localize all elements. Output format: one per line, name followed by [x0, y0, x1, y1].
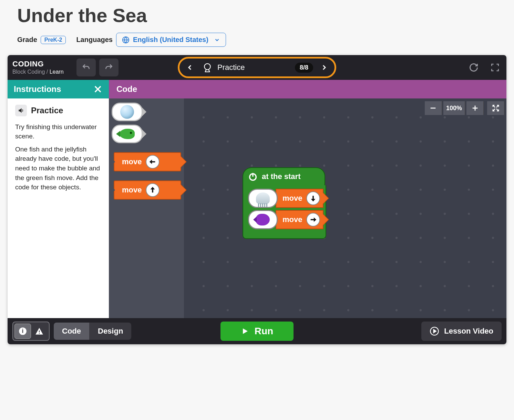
play-icon — [241, 327, 249, 335]
warning-icon — [35, 327, 44, 336]
jellyfish-object — [248, 189, 278, 208]
app-footer: i Code Design Run Lesson Video — [8, 318, 506, 344]
app-topbar: CODING Block Coding / Learn Practice 8/8 — [8, 55, 506, 80]
mode-design-button[interactable]: Design — [90, 323, 131, 340]
fullscreen-icon — [491, 63, 500, 72]
play-audio-button[interactable] — [15, 105, 27, 116]
instructions-title: Instructions — [14, 84, 61, 94]
arrow-left-icon — [146, 155, 160, 169]
start-block[interactable]: at the start move — [243, 167, 326, 239]
script-row-purple-fish[interactable]: move — [248, 210, 323, 229]
instructions-panel: Instructions Practice Try finishing this… — [8, 80, 109, 318]
run-button[interactable]: Run — [220, 322, 294, 341]
step-label: Practice — [217, 63, 245, 72]
redo-button[interactable] — [99, 59, 119, 76]
info-icon: i — [18, 327, 27, 336]
palette-fish-object[interactable] — [112, 125, 143, 143]
palette-move-left-block[interactable]: move — [114, 152, 181, 171]
head-icon — [202, 62, 213, 73]
canvas-grid — [184, 98, 506, 318]
block-palette: move move — [109, 98, 184, 318]
instruction-text-1: Try finishing this underwater scene. — [15, 122, 101, 141]
fish-icon — [120, 129, 135, 139]
mode-toggle: Code Design — [54, 323, 131, 340]
expand-icon — [492, 104, 500, 112]
arrow-down-icon — [306, 191, 320, 205]
warning-button[interactable] — [31, 324, 48, 339]
info-button[interactable]: i — [14, 324, 31, 339]
step-next-button[interactable] — [317, 61, 331, 74]
purple-fish-object — [248, 210, 278, 229]
code-panel: Code move — [109, 80, 506, 318]
block-label: move — [282, 194, 302, 203]
code-title: Code — [116, 84, 137, 94]
refresh-button[interactable] — [467, 61, 480, 74]
svg-text:i: i — [22, 327, 24, 334]
svg-rect-11 — [39, 330, 40, 332]
mode-code-button[interactable]: Code — [54, 323, 90, 340]
globe-icon — [122, 36, 130, 44]
block-label: move — [122, 157, 142, 166]
coding-label: CODING — [12, 60, 71, 68]
purple-fish-icon — [256, 214, 270, 225]
close-instructions-button[interactable] — [93, 84, 103, 94]
arrow-right-icon — [306, 213, 320, 227]
script-row-jellyfish[interactable]: move — [248, 189, 323, 208]
zoom-out-button[interactable] — [425, 101, 442, 115]
jellyfish-icon — [256, 192, 270, 204]
video-icon — [430, 326, 439, 336]
bubble-icon — [120, 105, 134, 119]
lesson-video-button[interactable]: Lesson Video — [421, 322, 502, 341]
minus-icon — [429, 104, 437, 112]
block-label: move — [122, 186, 142, 195]
undo-button[interactable] — [76, 59, 96, 76]
block-label: move — [282, 215, 302, 224]
page-title: Under the Sea — [17, 4, 514, 27]
refresh-icon — [469, 63, 479, 72]
step-navigator: Practice 8/8 — [178, 57, 336, 78]
language-value: English (United States) — [133, 36, 208, 44]
expand-button[interactable] — [487, 101, 504, 115]
grade-label: Grade — [17, 36, 37, 44]
speaker-icon — [18, 107, 24, 114]
start-label: at the start — [262, 172, 300, 181]
chevron-down-icon — [214, 37, 220, 43]
zoom-in-button[interactable] — [466, 101, 484, 115]
chevron-right-icon — [320, 63, 328, 72]
power-icon — [248, 172, 258, 181]
svg-rect-12 — [39, 333, 40, 334]
language-select[interactable]: English (United States) — [116, 33, 226, 47]
zoom-level: 100% — [443, 101, 465, 115]
close-icon — [93, 84, 103, 94]
plus-icon — [471, 104, 479, 112]
code-canvas[interactable]: 100% at the start — [184, 98, 506, 318]
breadcrumb: Block Coding / Learn — [12, 69, 71, 75]
chevron-left-icon — [186, 63, 194, 72]
languages-label: Languages — [76, 36, 113, 44]
palette-move-up-block[interactable]: move — [114, 180, 181, 200]
undo-icon — [82, 63, 91, 72]
step-counter: 8/8 — [295, 63, 313, 73]
svg-point-1 — [204, 64, 210, 70]
step-prev-button[interactable] — [183, 61, 197, 74]
fullscreen-button[interactable] — [489, 61, 502, 74]
step-title: Practice — [31, 105, 63, 117]
palette-bubble-object[interactable] — [112, 103, 143, 121]
grade-badge: PreK-2 — [41, 36, 66, 44]
redo-icon — [104, 63, 113, 72]
arrow-up-icon — [146, 183, 160, 197]
instruction-text-2: One fish and the jellyfish already have … — [15, 145, 101, 192]
